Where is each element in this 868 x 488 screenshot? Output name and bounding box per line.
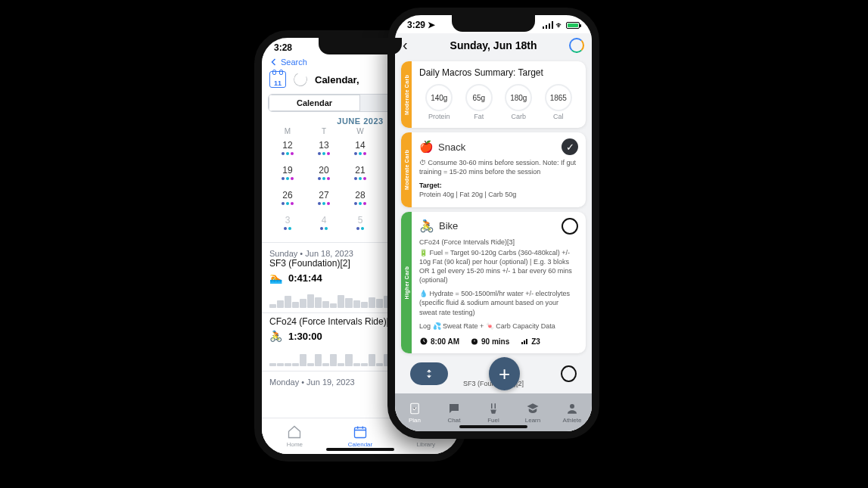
status-time: 3:28: [274, 42, 292, 53]
home-icon: [287, 424, 302, 440]
target-values: Protein 40g | Fat 20g | Carb 50g: [419, 191, 516, 198]
apple-icon: 🍎: [419, 140, 434, 154]
macro-item: 180gCarb: [505, 84, 532, 120]
phone-plan: 3:29 ➤ ᯤ ‹ Sunday, Jun 18th Moderate Car…: [387, 8, 599, 439]
session-time: 0:41:44: [288, 272, 322, 284]
tab-label: Library: [416, 441, 434, 448]
bike-subtitle: CFo24 (Force Intervals Ride)[3]: [419, 238, 578, 247]
snack-title: Snack: [438, 141, 465, 153]
refresh-icon[interactable]: [291, 70, 309, 88]
weekday-head: T: [306, 127, 342, 135]
notch: [319, 38, 402, 54]
tab-label: Home: [287, 441, 303, 448]
incomplete-circle-icon[interactable]: [562, 218, 578, 235]
calendar-day[interactable]: 28: [342, 187, 378, 210]
tab-home[interactable]: Home: [262, 418, 328, 454]
notch: [452, 15, 535, 32]
plan-icon: [408, 402, 422, 415]
fab-row: +: [395, 357, 592, 390]
macro-item: 65gFat: [465, 84, 493, 120]
svg-rect-0: [355, 427, 366, 437]
calendar-day[interactable]: 13: [306, 137, 342, 160]
tab-label: Fuel: [487, 417, 499, 424]
side-tag-label: Moderate Carb: [404, 75, 409, 115]
macros-card[interactable]: Moderate Carb Daily Macros Summary: Targ…: [401, 61, 586, 128]
clock-icon: [419, 337, 428, 346]
calendar-day[interactable]: 26: [269, 187, 306, 210]
status-time: 3:29 ➤: [407, 20, 435, 30]
tab-label: Learn: [525, 417, 540, 424]
macro-item: 1865Cal: [545, 84, 572, 120]
macro-label: Cal: [553, 113, 564, 120]
plus-icon: +: [499, 362, 510, 386]
side-tag-label: Higher Carb: [404, 266, 409, 299]
weekday-head: M: [269, 127, 306, 135]
tab-athlete[interactable]: Athlete: [552, 393, 592, 431]
weekday-head: W: [342, 127, 378, 135]
athlete-icon: [565, 402, 579, 415]
nav-back-label: Search: [281, 58, 307, 67]
home-indicator[interactable]: [326, 448, 394, 451]
macro-value: 65g: [465, 84, 493, 111]
calendar-icon-day: 11: [274, 79, 282, 87]
hydrate-note: 💧 Hydrate = 500-1500ml/hr water +/- elec…: [419, 289, 578, 316]
meta-duration: 90 mins: [470, 337, 509, 346]
calendar-day[interactable]: 4: [306, 212, 342, 235]
battery-icon: [566, 22, 580, 29]
calendar-day[interactable]: 21: [342, 162, 378, 185]
completed-check-icon[interactable]: ✓: [562, 138, 578, 155]
wifi-icon: ᯤ: [555, 20, 564, 30]
segment-calendar[interactable]: Calendar: [269, 95, 360, 111]
learn-icon: [526, 402, 540, 415]
tab-label: Plan: [409, 417, 421, 424]
macro-label: Carb: [511, 113, 526, 120]
chat-icon: [447, 402, 461, 415]
meta-zone: Z3: [520, 337, 540, 346]
calendar-day[interactable]: 19: [269, 162, 306, 185]
bike-meta-row: 8:00 AM 90 mins Z3: [419, 337, 578, 346]
tab-plan[interactable]: Plan: [395, 393, 434, 431]
collapse-icon: [424, 368, 434, 379]
calendar-icon[interactable]: 11: [269, 71, 286, 88]
calendar-day[interactable]: 12: [269, 137, 306, 160]
macro-value: 1865: [545, 84, 572, 111]
meta-time: 8:00 AM: [419, 337, 459, 346]
calendar-day[interactable]: 3: [269, 212, 306, 235]
macros-row: 140gProtein65gFat180gCarb1865Cal: [419, 84, 578, 120]
incomplete-circle-icon[interactable]: [561, 365, 577, 382]
bike-title: Bike: [439, 220, 458, 232]
calendar-day[interactable]: 27: [306, 187, 342, 210]
tab-label: Calendar: [348, 441, 372, 448]
back-button[interactable]: ‹: [403, 36, 418, 54]
bike-icon: 🚴: [419, 219, 434, 233]
macro-value: 140g: [425, 84, 453, 111]
calendar-day[interactable]: 20: [306, 162, 342, 185]
activity-rings-icon[interactable]: [569, 38, 584, 53]
collapse-pill-button[interactable]: [410, 362, 448, 385]
calendar-day[interactable]: 14: [342, 137, 378, 160]
target-label: Target:: [419, 182, 442, 189]
log-note: Log 💦 Sweat Rate + 🍬 Carb Capacity Data: [419, 322, 578, 331]
side-tag-higher: Higher Carb: [401, 212, 412, 353]
snack-card[interactable]: Moderate Carb 🍎 Snack ✓ ⏱ Consume 30-60 …: [401, 132, 586, 207]
macro-value: 180g: [505, 84, 532, 111]
calendar-day[interactable]: 5: [342, 212, 378, 235]
add-fab-button[interactable]: +: [489, 357, 520, 390]
macros-heading: Daily Macros Summary: Target: [419, 67, 578, 78]
tab-label: Athlete: [563, 417, 582, 424]
bike-icon: 🚴: [269, 330, 282, 342]
tab-label: Chat: [448, 417, 461, 424]
bike-card[interactable]: Higher Carb 🚴 Bike CFo24 (Force Interval…: [401, 212, 586, 353]
fuel-note: 🔋 Fuel = Target 90-120g Carbs (360-480kc…: [419, 248, 578, 285]
header: ‹ Sunday, Jun 18th: [395, 33, 592, 57]
macro-label: Protein: [428, 113, 450, 120]
bars-icon: [520, 337, 529, 346]
chevron-left-icon: [269, 58, 278, 67]
side-tag-label: Moderate Carb: [404, 150, 409, 190]
macro-label: Fat: [474, 113, 484, 120]
signal-icon: [543, 21, 553, 29]
calendar-tab-icon: [353, 424, 368, 440]
fuel-icon: [487, 402, 500, 415]
home-indicator[interactable]: [459, 425, 527, 428]
session-time: 1:30:00: [288, 331, 322, 342]
